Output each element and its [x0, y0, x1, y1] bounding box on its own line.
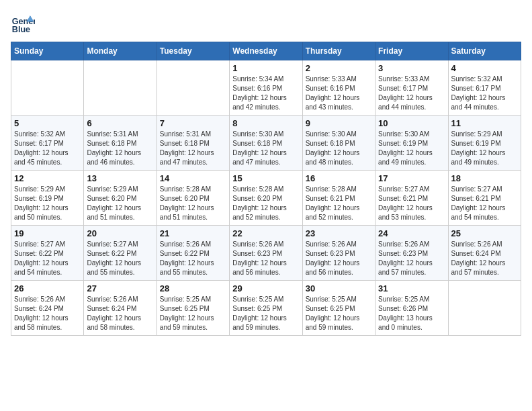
day-number: 20	[87, 228, 153, 238]
calendar-cell: 16Sunrise: 5:28 AM Sunset: 6:21 PM Dayli…	[302, 171, 375, 226]
calendar-cell	[84, 60, 157, 116]
calendar-cell: 18Sunrise: 5:27 AM Sunset: 6:21 PM Dayli…	[448, 171, 521, 226]
weekday-header-row: SundayMondayTuesdayWednesdayThursdayFrid…	[11, 42, 521, 60]
day-number: 1	[232, 63, 299, 73]
calendar-cell: 24Sunrise: 5:26 AM Sunset: 6:23 PM Dayli…	[375, 226, 448, 281]
weekday-header-wednesday: Wednesday	[230, 42, 302, 60]
calendar-cell: 26Sunrise: 5:26 AM Sunset: 6:24 PM Dayli…	[11, 281, 84, 336]
day-number: 2	[306, 63, 372, 73]
calendar-cell: 10Sunrise: 5:30 AM Sunset: 6:19 PM Dayli…	[375, 116, 448, 171]
calendar-cell: 14Sunrise: 5:28 AM Sunset: 6:20 PM Dayli…	[157, 171, 229, 226]
calendar-table: SundayMondayTuesdayWednesdayThursdayFrid…	[11, 42, 521, 336]
day-info: Sunrise: 5:28 AM Sunset: 6:20 PM Dayligh…	[232, 185, 299, 222]
calendar-cell: 1Sunrise: 5:34 AM Sunset: 6:16 PM Daylig…	[230, 60, 302, 116]
day-info: Sunrise: 5:26 AM Sunset: 6:24 PM Dayligh…	[451, 240, 518, 277]
day-info: Sunrise: 5:26 AM Sunset: 6:22 PM Dayligh…	[160, 240, 226, 277]
day-info: Sunrise: 5:25 AM Sunset: 6:26 PM Dayligh…	[378, 295, 445, 332]
day-number: 4	[451, 63, 518, 73]
day-number: 12	[14, 173, 81, 183]
weekday-header-friday: Friday	[375, 42, 448, 60]
day-info: Sunrise: 5:27 AM Sunset: 6:21 PM Dayligh…	[451, 185, 518, 222]
day-info: Sunrise: 5:27 AM Sunset: 6:22 PM Dayligh…	[14, 240, 81, 277]
calendar-week-4: 19Sunrise: 5:27 AM Sunset: 6:22 PM Dayli…	[11, 226, 521, 281]
weekday-header-thursday: Thursday	[302, 42, 375, 60]
calendar-cell: 20Sunrise: 5:27 AM Sunset: 6:22 PM Dayli…	[84, 226, 157, 281]
day-info: Sunrise: 5:25 AM Sunset: 6:25 PM Dayligh…	[232, 295, 299, 332]
day-number: 11	[451, 118, 518, 128]
calendar-cell: 6Sunrise: 5:31 AM Sunset: 6:18 PM Daylig…	[84, 116, 157, 171]
calendar-cell: 30Sunrise: 5:25 AM Sunset: 6:25 PM Dayli…	[302, 281, 375, 336]
day-number: 6	[87, 118, 153, 128]
calendar-cell: 11Sunrise: 5:29 AM Sunset: 6:19 PM Dayli…	[448, 116, 521, 171]
calendar-cell: 25Sunrise: 5:26 AM Sunset: 6:24 PM Dayli…	[448, 226, 521, 281]
calendar-week-3: 12Sunrise: 5:29 AM Sunset: 6:19 PM Dayli…	[11, 171, 521, 226]
day-info: Sunrise: 5:27 AM Sunset: 6:22 PM Dayligh…	[87, 240, 153, 277]
day-info: Sunrise: 5:33 AM Sunset: 6:16 PM Dayligh…	[306, 75, 372, 112]
calendar-cell: 9Sunrise: 5:30 AM Sunset: 6:18 PM Daylig…	[302, 116, 375, 171]
day-number: 10	[378, 118, 445, 128]
calendar-cell: 4Sunrise: 5:32 AM Sunset: 6:17 PM Daylig…	[448, 60, 521, 116]
day-info: Sunrise: 5:32 AM Sunset: 6:17 PM Dayligh…	[451, 75, 518, 112]
day-number: 9	[306, 118, 372, 128]
day-info: Sunrise: 5:28 AM Sunset: 6:21 PM Dayligh…	[306, 185, 372, 222]
calendar-cell: 23Sunrise: 5:26 AM Sunset: 6:23 PM Dayli…	[302, 226, 375, 281]
day-number: 25	[451, 228, 518, 238]
calendar-cell	[11, 60, 84, 116]
day-number: 8	[232, 118, 299, 128]
calendar-cell: 22Sunrise: 5:26 AM Sunset: 6:23 PM Dayli…	[230, 226, 302, 281]
day-info: Sunrise: 5:31 AM Sunset: 6:18 PM Dayligh…	[160, 130, 226, 167]
calendar-cell: 28Sunrise: 5:25 AM Sunset: 6:25 PM Dayli…	[157, 281, 229, 336]
day-number: 28	[160, 283, 226, 293]
weekday-header-monday: Monday	[84, 42, 157, 60]
day-number: 13	[87, 173, 153, 183]
calendar-cell: 3Sunrise: 5:33 AM Sunset: 6:17 PM Daylig…	[375, 60, 448, 116]
calendar-cell: 13Sunrise: 5:29 AM Sunset: 6:20 PM Dayli…	[84, 171, 157, 226]
calendar-cell: 21Sunrise: 5:26 AM Sunset: 6:22 PM Dayli…	[157, 226, 229, 281]
day-number: 24	[378, 228, 445, 238]
day-number: 22	[232, 228, 299, 238]
day-info: Sunrise: 5:28 AM Sunset: 6:20 PM Dayligh…	[160, 185, 226, 222]
calendar-cell	[448, 281, 521, 336]
calendar-cell: 2Sunrise: 5:33 AM Sunset: 6:16 PM Daylig…	[302, 60, 375, 116]
day-info: Sunrise: 5:34 AM Sunset: 6:16 PM Dayligh…	[232, 75, 299, 112]
day-info: Sunrise: 5:27 AM Sunset: 6:21 PM Dayligh…	[378, 185, 445, 222]
day-info: Sunrise: 5:26 AM Sunset: 6:24 PM Dayligh…	[87, 295, 153, 332]
calendar-cell: 19Sunrise: 5:27 AM Sunset: 6:22 PM Dayli…	[11, 226, 84, 281]
logo: General Blue	[11, 11, 35, 35]
calendar-cell: 7Sunrise: 5:31 AM Sunset: 6:18 PM Daylig…	[157, 116, 229, 171]
calendar-cell: 12Sunrise: 5:29 AM Sunset: 6:19 PM Dayli…	[11, 171, 84, 226]
day-number: 23	[306, 228, 372, 238]
day-number: 27	[87, 283, 153, 293]
calendar-cell: 5Sunrise: 5:32 AM Sunset: 6:17 PM Daylig…	[11, 116, 84, 171]
day-info: Sunrise: 5:30 AM Sunset: 6:18 PM Dayligh…	[306, 130, 372, 167]
day-info: Sunrise: 5:26 AM Sunset: 6:24 PM Dayligh…	[14, 295, 81, 332]
day-number: 17	[378, 173, 445, 183]
day-number: 5	[14, 118, 81, 128]
day-info: Sunrise: 5:29 AM Sunset: 6:19 PM Dayligh…	[14, 185, 81, 222]
day-info: Sunrise: 5:30 AM Sunset: 6:19 PM Dayligh…	[378, 130, 445, 167]
day-info: Sunrise: 5:26 AM Sunset: 6:23 PM Dayligh…	[232, 240, 299, 277]
day-info: Sunrise: 5:30 AM Sunset: 6:18 PM Dayligh…	[232, 130, 299, 167]
day-info: Sunrise: 5:32 AM Sunset: 6:17 PM Dayligh…	[14, 130, 81, 167]
day-info: Sunrise: 5:31 AM Sunset: 6:18 PM Dayligh…	[87, 130, 153, 167]
day-number: 21	[160, 228, 226, 238]
svg-text:Blue: Blue	[12, 25, 30, 34]
day-number: 29	[232, 283, 299, 293]
calendar-week-5: 26Sunrise: 5:26 AM Sunset: 6:24 PM Dayli…	[11, 281, 521, 336]
day-number: 31	[378, 283, 445, 293]
weekday-header-tuesday: Tuesday	[157, 42, 229, 60]
day-info: Sunrise: 5:26 AM Sunset: 6:23 PM Dayligh…	[306, 240, 372, 277]
day-number: 14	[160, 173, 226, 183]
day-info: Sunrise: 5:29 AM Sunset: 6:19 PM Dayligh…	[451, 130, 518, 167]
calendar-cell: 15Sunrise: 5:28 AM Sunset: 6:20 PM Dayli…	[230, 171, 302, 226]
day-number: 15	[232, 173, 299, 183]
day-info: Sunrise: 5:29 AM Sunset: 6:20 PM Dayligh…	[87, 185, 153, 222]
day-number: 26	[14, 283, 81, 293]
day-number: 7	[160, 118, 226, 128]
logo-icon: General Blue	[11, 11, 35, 35]
day-number: 30	[306, 283, 372, 293]
calendar-week-2: 5Sunrise: 5:32 AM Sunset: 6:17 PM Daylig…	[11, 116, 521, 171]
day-number: 16	[306, 173, 372, 183]
day-info: Sunrise: 5:25 AM Sunset: 6:25 PM Dayligh…	[160, 295, 226, 332]
weekday-header-saturday: Saturday	[448, 42, 521, 60]
